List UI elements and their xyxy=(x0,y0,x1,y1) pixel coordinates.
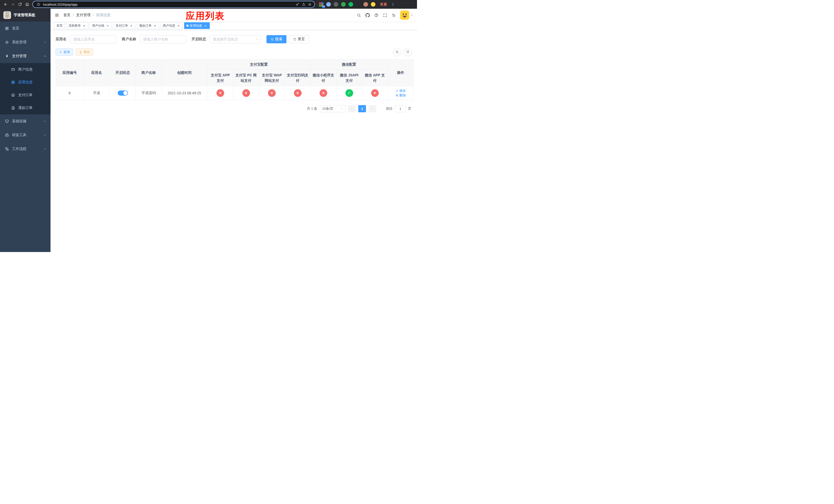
sidebar: 芋道管理系统 首页系统管理¥支付管理商户信息应用信息支付订单退款订单基础设施研发… xyxy=(0,9,50,252)
breadcrumb-item: 应用信息 xyxy=(96,13,111,18)
browser-toolbar: localhost:1024/pay/app 10 更新 xyxy=(0,0,417,9)
appgrid-icon xyxy=(11,80,15,85)
sidebar-subitem-app-info[interactable]: 应用信息 xyxy=(0,76,50,89)
sidebar-subitem-refund-order[interactable]: 退款订单 xyxy=(0,101,50,114)
column-header: 支付宝扫码支付 xyxy=(285,70,311,86)
address-bar[interactable]: localhost:1024/pay/app xyxy=(32,1,315,8)
tab-app-info[interactable]: 应用信息× xyxy=(184,22,210,29)
sidebar-item-payment[interactable]: ¥支付管理 xyxy=(0,49,50,63)
annotation-overlay: 应用列表 xyxy=(186,10,225,22)
page-unit-label: 页 xyxy=(408,107,411,111)
extension-icon-emoji[interactable] xyxy=(371,2,375,7)
tab-close-icon[interactable]: × xyxy=(106,24,110,28)
search-icon xyxy=(270,38,274,41)
sidebar-item-workflow[interactable]: 工作流程 xyxy=(0,142,50,156)
page-size-select[interactable] xyxy=(320,105,346,112)
extension-icon-wechat[interactable] xyxy=(349,2,353,7)
breadcrumb-item[interactable]: 支付管理 xyxy=(76,13,90,18)
export-button[interactable]: 导出 xyxy=(76,48,93,55)
help-icon[interactable] xyxy=(372,11,380,20)
toggle-search-button[interactable] xyxy=(393,48,401,56)
extension-icon-clay-avatar[interactable] xyxy=(364,2,368,7)
tab-close-icon[interactable]: × xyxy=(129,24,133,28)
table-row: 6芋道芋道源码2021-10-23 08:49:25×××××✓×修改删除 xyxy=(56,86,414,100)
reload-icon[interactable] xyxy=(16,1,24,8)
url-text[interactable]: localhost:1024/pay/app xyxy=(42,3,294,6)
group-header: 支付宝配置 xyxy=(207,60,311,70)
tab-label: 商户信息 xyxy=(163,24,175,28)
menu-label: 工作流程 xyxy=(12,147,26,151)
tab-close-icon[interactable]: × xyxy=(176,24,180,28)
status-select-input[interactable] xyxy=(210,35,261,43)
active-tab-dot xyxy=(186,25,189,27)
submenu-payment: 商户信息应用信息支付订单退款订单 xyxy=(0,63,50,114)
tab-flow-form[interactable]: 流程表单× xyxy=(66,22,88,29)
sidebar-item-infrastructure[interactable]: 基础设施 xyxy=(0,114,50,128)
goto-page-input[interactable] xyxy=(395,105,406,112)
next-page-button[interactable] xyxy=(369,105,376,112)
tab-merchant-info[interactable]: 商户信息× xyxy=(160,22,183,29)
extension-icon-blue[interactable] xyxy=(326,2,331,7)
reset-button[interactable]: 重置 xyxy=(289,35,309,43)
key-icon[interactable] xyxy=(294,2,301,7)
browser-update-button[interactable]: 更新 xyxy=(378,2,389,7)
yen-icon: ¥ xyxy=(5,54,9,59)
tab-close-icon[interactable]: × xyxy=(153,24,157,28)
sidebar-item-home[interactable]: 首页 xyxy=(0,22,50,36)
search-button[interactable]: 搜索 xyxy=(266,35,286,43)
sidebar-subitem-pay-order[interactable]: 支付订单 xyxy=(0,89,50,101)
dashboard-icon xyxy=(5,26,9,31)
tab-home[interactable]: 首页 xyxy=(54,22,65,29)
breadcrumb: 首页/支付管理/应用信息 xyxy=(63,13,111,18)
breadcrumb-separator: / xyxy=(73,13,74,17)
prev-page-button[interactable] xyxy=(348,105,356,112)
edit-link[interactable]: 修改 xyxy=(395,88,406,93)
extension-icon-black[interactable] xyxy=(356,2,360,7)
sidebar-item-dev-tools[interactable]: 研发工具 xyxy=(0,128,50,142)
sidebar-logo[interactable]: 芋道管理系统 xyxy=(0,9,50,22)
sidebar-toggle-icon[interactable] xyxy=(50,9,63,22)
channel-status-cell: × xyxy=(362,86,388,100)
tab-close-icon[interactable]: × xyxy=(82,24,86,28)
status-select[interactable] xyxy=(210,35,261,43)
bookmark-star-icon[interactable] xyxy=(307,2,313,7)
sidebar-item-system[interactable]: 系统管理 xyxy=(0,36,50,49)
browser-menu-icon[interactable] xyxy=(389,1,396,8)
page-size-input[interactable] xyxy=(320,105,346,112)
delete-link[interactable]: 删除 xyxy=(395,93,406,98)
status-cell xyxy=(110,86,136,100)
back-icon[interactable] xyxy=(2,1,9,8)
extension-icon-dark[interactable] xyxy=(334,2,338,7)
tab-pay-order[interactable]: 支付订单× xyxy=(113,22,136,29)
tab-refund-order[interactable]: 退款订单× xyxy=(137,22,159,29)
app-title: 芋道管理系统 xyxy=(14,13,35,18)
column-header: 支付宝 APP 支付 xyxy=(207,70,233,86)
font-size-icon[interactable] xyxy=(389,11,398,20)
group-header: 微信配置 xyxy=(311,60,388,70)
status-toggle[interactable] xyxy=(118,91,128,96)
filter-app-name: 应用名 xyxy=(56,35,116,43)
github-icon[interactable] xyxy=(363,11,372,20)
breadcrumb-item[interactable]: 首页 xyxy=(63,13,70,18)
svg-text:¥: ¥ xyxy=(6,54,8,58)
forward-icon[interactable] xyxy=(9,1,16,8)
extension-icon-green-avatar[interactable] xyxy=(341,2,346,7)
tab-close-icon[interactable]: × xyxy=(203,24,207,28)
extension-grid-icon[interactable]: 10 xyxy=(319,2,323,7)
home-icon[interactable] xyxy=(24,1,31,8)
share-icon[interactable] xyxy=(301,2,307,7)
search-icon[interactable] xyxy=(354,11,363,20)
page-1-button[interactable]: 1 xyxy=(358,105,366,112)
tab-user-group[interactable]: 用户分组× xyxy=(90,22,112,29)
merchant-name-input[interactable] xyxy=(140,35,186,43)
fullscreen-icon[interactable] xyxy=(380,11,389,20)
ops-cell: 修改删除 xyxy=(388,86,414,100)
add-button[interactable]: 新增 xyxy=(56,48,73,55)
user-avatar[interactable] xyxy=(400,10,413,20)
sidebar-subitem-merchant-info[interactable]: 商户信息 xyxy=(0,63,50,76)
status-label: 开启状态 xyxy=(192,37,206,42)
site-info-icon[interactable] xyxy=(36,2,42,7)
content: 应用名 商户名称 开启状态 xyxy=(50,30,417,252)
app-name-input[interactable] xyxy=(70,35,116,43)
refresh-table-button[interactable] xyxy=(404,48,412,56)
